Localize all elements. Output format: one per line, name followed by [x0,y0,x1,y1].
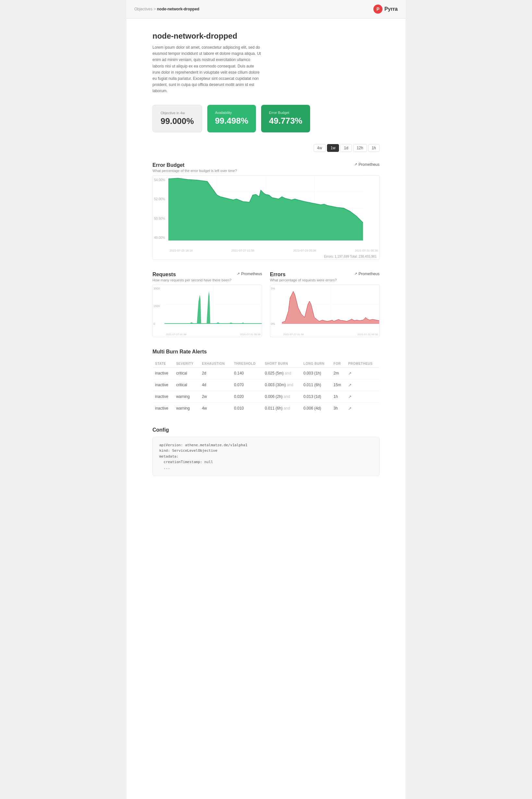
time-btn-4w[interactable]: 4w [314,144,326,152]
alert-short-burn: 0.011 (6h) and [262,403,301,414]
error-budget-card: Error Budget 49.773% [261,105,310,132]
alert-long-burn: 0.013 (1d) [301,391,331,403]
error-budget-chart-area: 54.00% 52.00% 50.50% 49.00% [152,175,380,260]
alert-for: 1h [331,391,345,403]
alert-short-burn: 0.025 (5m) and [262,367,301,379]
error-budget-chart-title: Error Budget [152,162,237,168]
objective-value: 99.000% [160,116,194,126]
logo-icon: P [373,4,382,14]
errors-chart-title: Errors [270,272,337,277]
alert-state: inactive [152,391,174,403]
error-budget-footer: Errors: 1,197,699 Total: 238,455,981 [153,254,379,260]
error-budget-chart-subtitle: What percentage of the error budget is l… [152,169,237,173]
alert-state: inactive [152,403,174,414]
col-short-burn: SHORT BURN [262,360,301,368]
col-state: STATE [152,360,174,368]
burn-rate-alerts-section: Multi Burn Rate Alerts STATE SEVERITY EX… [152,349,380,414]
errors-chart-col: Errors What percentage of requests were … [270,272,380,337]
alert-long-burn: 0.011 (6h) [301,379,331,391]
col-severity: SEVERITY [174,360,200,368]
metric-cards: Objective in 4w 99.000% Availability 99.… [152,105,380,132]
availability-label: Availability [215,111,248,115]
header: Objectives > node-network-dropped P Pyrr… [127,0,405,18]
alert-exhaustion: 4w [199,403,231,414]
alert-long-burn: 0.006 (4d) [301,403,331,414]
col-threshold: THRESHOLD [231,360,262,368]
alert-severity: critical [174,367,200,379]
errors-x-labels: 2021-07-27 01:38 2021-07-31 00:36 [282,332,379,337]
config-title: Config [152,427,380,433]
requests-x-labels: 2021-07-27 01:38 2021-07-31 00:36 [165,332,262,337]
requests-chart-subtitle: How many requests per second have there … [152,278,231,282]
requests-prometheus-link[interactable]: Prometheus [237,272,262,276]
col-for: FOR [331,360,345,368]
config-box: apiVersion: athene.metalmatze.de/v1alpha… [152,437,380,477]
error-budget-y-labels: 54.00% 52.00% 50.50% 49.00% [153,175,168,240]
alert-severity: warning [174,403,200,414]
col-exhaustion: EXHAUSTION [199,360,231,368]
error-budget-prometheus-link[interactable]: Prometheus [354,162,380,167]
time-btn-1h[interactable]: 1h [368,144,380,152]
requests-chart-title: Requests [152,272,231,277]
alert-for: 15m [331,379,345,391]
main-content: node-network-dropped Lorem ipsum dolor s… [127,18,405,502]
error-budget-x-labels: 2021-07-25 18:16 2021-07-27 11:56 2021-0… [168,248,379,254]
errors-chart-area: 5% 0% [270,285,380,337]
alert-severity: critical [174,379,200,391]
alert-exhaustion: 4d [199,379,231,391]
alert-prometheus-link[interactable]: ↗ [345,391,380,403]
alert-threshold: 0.070 [231,379,262,391]
alert-row: inactive critical 2d 0.140 0.025 (5m) an… [152,367,380,379]
alert-threshold: 0.010 [231,403,262,414]
page-description: Lorem ipsum dolor sit amet, consectetur … [152,44,263,94]
alert-threshold: 0.020 [231,391,262,403]
objective-label: Objective in 4w [160,111,194,115]
alert-row: inactive critical 4d 0.070 0.003 (30m) a… [152,379,380,391]
alert-exhaustion: 2w [199,391,231,403]
alert-short-burn: 0.006 (2h) and [262,391,301,403]
alert-state: inactive [152,379,174,391]
alert-for: 2m [331,367,345,379]
alert-for: 3h [331,403,345,414]
alert-state: inactive [152,367,174,379]
alert-threshold: 0.140 [231,367,262,379]
alerts-table-header: STATE SEVERITY EXHAUSTION THRESHOLD SHOR… [152,360,380,368]
error-budget-label: Error Budget [269,111,302,115]
alert-long-burn: 0.003 (1h) [301,367,331,379]
time-range: 4w1w1d12h1h [152,144,380,152]
alert-severity: warning [174,391,200,403]
time-btn-1d[interactable]: 1d [340,144,352,152]
logo: P Pyrra [373,4,398,14]
error-budget-chart-section: Error Budget What percentage of the erro… [152,162,380,260]
alert-row: inactive warning 2w 0.020 0.006 (2h) and… [152,391,380,403]
time-btn-12h[interactable]: 12h [353,144,367,152]
alert-short-burn: 0.003 (30m) and [262,379,301,391]
objective-card: Objective in 4w 99.000% [152,105,202,132]
errors-chart-subtitle: What percentage of requests were errors? [270,278,337,282]
alert-prometheus-link[interactable]: ↗ [345,403,380,414]
breadcrumb: Objectives > node-network-dropped [134,7,199,11]
alert-exhaustion: 2d [199,367,231,379]
errors-prometheus-link[interactable]: Prometheus [354,272,380,276]
col-long-burn: LONG BURN [301,360,331,368]
burn-rate-alerts-title: Multi Burn Rate Alerts [152,349,380,355]
burn-rate-alerts-table: STATE SEVERITY EXHAUSTION THRESHOLD SHOR… [152,360,380,414]
error-budget-chart-inner [168,175,363,240]
page-title: node-network-dropped [152,32,380,41]
requests-chart-inner [165,285,262,324]
requests-chart-area: 3000 1500 0 [152,285,262,337]
time-btn-1w[interactable]: 1w [327,144,339,152]
availability-value: 99.498% [215,116,248,126]
error-budget-value: 49.773% [269,116,302,126]
config-section: Config apiVersion: athene.metalmatze.de/… [152,427,380,477]
availability-card: Availability 99.498% [207,105,256,132]
alert-prometheus-link[interactable]: ↗ [345,367,380,379]
requests-chart-col: Requests How many requests per second ha… [152,272,262,337]
alert-prometheus-link[interactable]: ↗ [345,379,380,391]
errors-chart-inner [282,285,379,324]
col-prometheus: PROMETHEUS [345,360,380,368]
charts-row: Requests How many requests per second ha… [152,272,380,337]
alert-row: inactive warning 4w 0.010 0.011 (6h) and… [152,403,380,414]
